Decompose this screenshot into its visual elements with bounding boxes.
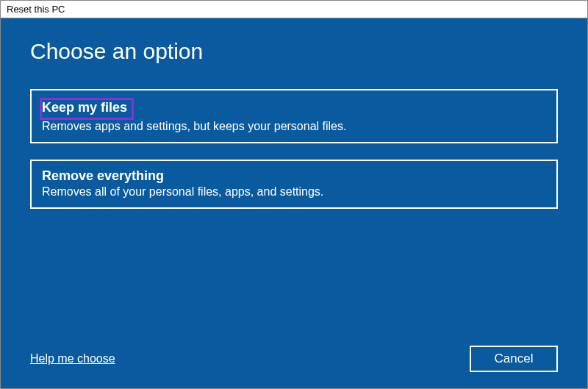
footer: Help me choose Cancel (30, 346, 558, 372)
option-description: Removes apps and settings, but keeps you… (42, 120, 546, 133)
option-title: Keep my files (42, 100, 127, 115)
reset-pc-window: Reset this PC Choose an option Keep my f… (0, 0, 588, 389)
cancel-button[interactable]: Cancel (470, 346, 558, 372)
help-me-choose-link[interactable]: Help me choose (30, 352, 115, 365)
titlebar: Reset this PC (1, 1, 587, 18)
page-heading: Choose an option (30, 39, 558, 64)
option-remove-everything[interactable]: Remove everything Removes all of your pe… (30, 160, 558, 209)
option-title: Remove everything (42, 168, 164, 184)
window-title: Reset this PC (7, 4, 65, 15)
content-area: Choose an option Keep my files Removes a… (1, 18, 587, 388)
options-list: Keep my files Removes apps and settings,… (30, 89, 558, 209)
option-keep-my-files[interactable]: Keep my files Removes apps and settings,… (30, 89, 558, 143)
option-description: Removes all of your personal files, apps… (42, 185, 546, 199)
highlight-annotation: Keep my files (40, 98, 134, 120)
